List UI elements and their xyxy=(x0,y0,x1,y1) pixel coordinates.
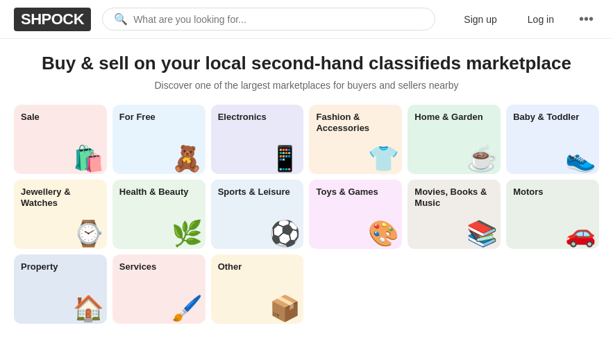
search-input[interactable] xyxy=(133,14,423,25)
category-card-movies[interactable]: Movies, Books & Music📚 xyxy=(408,180,501,249)
header: SHPOCK 🔍 Sign up Log in ••• xyxy=(0,0,613,39)
header-actions: Sign up Log in ••• xyxy=(453,8,599,31)
category-label-forfree: For Free xyxy=(119,112,156,123)
search-bar: 🔍 xyxy=(102,8,435,31)
hero-subtitle: Discover one of the largest marketplaces… xyxy=(14,80,599,91)
category-label-electronics: Electronics xyxy=(218,112,267,123)
category-card-motors[interactable]: Motors🚗 xyxy=(506,180,599,249)
category-label-health: Health & Beauty xyxy=(119,187,189,198)
category-icon-health: 🌿 xyxy=(164,200,205,249)
category-label-toys: Toys & Games xyxy=(316,187,378,198)
category-icon-services: 🖌️ xyxy=(164,275,205,324)
login-button[interactable]: Log in xyxy=(517,8,565,31)
category-label-other: Other xyxy=(218,261,242,272)
category-card-toys[interactable]: Toys & Games🎨 xyxy=(309,180,402,249)
category-card-forfree[interactable]: For Free🧸 xyxy=(112,105,205,174)
hero-title: Buy & sell on your local second-hand cla… xyxy=(14,53,599,74)
category-icon-toys: 🎨 xyxy=(360,200,402,249)
category-label-jewellery: Jewellery & Watches xyxy=(21,187,107,208)
category-icon-forfree: 🧸 xyxy=(164,125,205,174)
category-label-sale: Sale xyxy=(21,112,40,123)
category-card-electronics[interactable]: Electronics📱 xyxy=(211,105,304,174)
category-card-property[interactable]: Property🏠 xyxy=(14,254,107,324)
category-icon-property: 🏠 xyxy=(65,275,107,324)
category-card-services[interactable]: Services🖌️ xyxy=(112,254,205,324)
category-label-motors: Motors xyxy=(513,187,543,198)
category-card-other[interactable]: Other📦 xyxy=(211,254,304,324)
category-icon-electronics: 📱 xyxy=(262,125,303,174)
main-content: Buy & sell on your local second-hand cla… xyxy=(0,39,613,338)
category-card-health[interactable]: Health & Beauty🌿 xyxy=(112,180,205,249)
more-button[interactable]: ••• xyxy=(573,8,599,30)
category-icon-baby: 👟 xyxy=(557,125,599,174)
category-icon-sale: 🛍️ xyxy=(65,125,107,174)
category-icon-home: ☕ xyxy=(459,125,501,174)
category-label-property: Property xyxy=(21,261,58,272)
category-card-jewellery[interactable]: Jewellery & Watches⌚ xyxy=(14,180,107,249)
category-grid: Sale🛍️For Free🧸Electronics📱Fashion & Acc… xyxy=(14,105,599,324)
category-label-services: Services xyxy=(119,261,157,272)
search-icon: 🔍 xyxy=(114,12,128,26)
logo: SHPOCK xyxy=(14,8,91,31)
category-label-fashion: Fashion & Accessories xyxy=(316,112,402,133)
category-label-sports: Sports & Leisure xyxy=(218,187,290,198)
category-icon-other: 📦 xyxy=(262,275,303,324)
category-label-baby: Baby & Toddler xyxy=(513,112,579,123)
category-card-home[interactable]: Home & Garden☕ xyxy=(408,105,501,174)
category-card-baby[interactable]: Baby & Toddler👟 xyxy=(506,105,599,174)
category-label-home: Home & Garden xyxy=(414,112,482,123)
category-icon-motors: 🚗 xyxy=(557,200,599,249)
category-label-movies: Movies, Books & Music xyxy=(414,187,501,208)
category-icon-sports: ⚽ xyxy=(262,200,303,249)
category-card-sale[interactable]: Sale🛍️ xyxy=(14,105,107,174)
signup-button[interactable]: Sign up xyxy=(453,8,507,31)
category-card-fashion[interactable]: Fashion & Accessories👕 xyxy=(309,105,402,174)
category-card-sports[interactable]: Sports & Leisure⚽ xyxy=(211,180,304,249)
